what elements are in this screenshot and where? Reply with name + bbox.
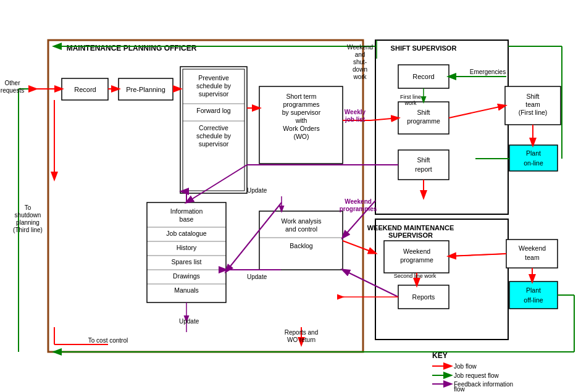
svg-text:Reports and: Reports and [285, 329, 318, 336]
svg-text:History: History [177, 244, 197, 251]
svg-text:Other: Other [4, 80, 20, 86]
svg-text:Second line work: Second line work [394, 273, 437, 279]
svg-rect-52 [398, 150, 449, 180]
svg-text:Work Orders: Work Orders [283, 125, 319, 132]
svg-text:programme: programme [400, 256, 433, 264]
svg-text:programmes: programmes [340, 206, 377, 212]
svg-text:down: down [353, 66, 367, 73]
svg-text:Spares list: Spares list [171, 258, 201, 265]
svg-rect-70 [509, 281, 558, 309]
svg-text:schedule by: schedule by [196, 132, 232, 140]
svg-text:Weekend: Weekend [345, 198, 372, 205]
svg-text:MAINTENANCE PLANNING OFFICER: MAINTENANCE PLANNING OFFICER [67, 44, 197, 52]
svg-text:report: report [415, 165, 432, 173]
svg-text:requests: requests [1, 87, 24, 94]
svg-text:programme: programme [407, 117, 440, 125]
svg-text:(Third line): (Third line) [13, 227, 43, 233]
svg-text:supervisor: supervisor [199, 140, 229, 148]
svg-text:programmes: programmes [283, 101, 320, 108]
svg-text:Work analysis: Work analysis [281, 217, 321, 225]
svg-text:First line: First line [400, 94, 421, 100]
svg-text:Drawings: Drawings [173, 272, 200, 280]
svg-text:Job catalogue: Job catalogue [166, 230, 207, 237]
svg-text:SUPERVISOR: SUPERVISOR [388, 231, 433, 239]
svg-text:with: with [295, 117, 307, 124]
svg-text:Update: Update [247, 273, 267, 280]
svg-text:team: team [525, 101, 540, 108]
svg-text:WO return: WO return [287, 336, 316, 343]
svg-text:on-line: on-line [524, 159, 543, 167]
svg-text:and control: and control [285, 225, 317, 233]
svg-text:Job request flow: Job request flow [454, 372, 499, 379]
svg-text:Preventive: Preventive [198, 74, 229, 81]
svg-text:schedule by: schedule by [196, 82, 232, 90]
svg-text:supervisor: supervisor [199, 90, 229, 98]
svg-text:Weekend: Weekend [347, 44, 373, 51]
svg-text:Plant: Plant [526, 286, 541, 294]
svg-text:Short term: Short term [286, 93, 316, 100]
svg-text:shutdown: shutdown [15, 212, 41, 219]
svg-text:Job  flow: Job flow [454, 363, 477, 370]
svg-text:Update: Update [179, 318, 199, 325]
svg-text:Forward log: Forward log [196, 107, 231, 114]
svg-text:Reports: Reports [412, 293, 435, 301]
svg-text:Shift: Shift [417, 109, 430, 116]
svg-text:Emergencies: Emergencies [470, 69, 506, 75]
svg-text:shut-: shut- [353, 59, 367, 65]
svg-text:KEY: KEY [432, 351, 448, 360]
svg-text:flow: flow [454, 386, 466, 392]
svg-text:team: team [525, 254, 540, 261]
diagram-container: MAINTENANCE PLANNING OFFICER SHIFT SUPER… [0, 0, 581, 392]
svg-text:Manuals: Manuals [174, 286, 199, 294]
svg-text:Shift: Shift [526, 93, 539, 100]
svg-text:Record: Record [74, 86, 96, 93]
svg-text:Update: Update [247, 187, 267, 194]
svg-text:Information: Information [170, 207, 203, 215]
svg-text:(WO): (WO) [293, 133, 309, 140]
svg-text:Weekend: Weekend [519, 244, 546, 252]
svg-text:Shift: Shift [417, 156, 430, 164]
svg-text:To: To [25, 204, 31, 211]
svg-text:by supervisor: by supervisor [282, 109, 321, 116]
svg-text:and: and [355, 51, 366, 58]
svg-text:off-line: off-line [524, 296, 543, 304]
svg-text:work: work [353, 73, 367, 80]
svg-text:(First line): (First line) [519, 109, 548, 116]
svg-text:base: base [180, 215, 194, 223]
svg-text:Pre-Planning: Pre-Planning [126, 86, 165, 93]
svg-text:WEEKEND MAINTENANCE: WEEKEND MAINTENANCE [367, 224, 454, 231]
svg-text:SHIFT SUPERVISOR: SHIFT SUPERVISOR [391, 44, 457, 52]
svg-text:job list: job list [345, 116, 366, 123]
svg-text:Backlog: Backlog [290, 242, 313, 249]
svg-text:To cost control: To cost control [88, 337, 128, 344]
diagram-svg: MAINTENANCE PLANNING OFFICER SHIFT SUPER… [0, 0, 581, 392]
svg-text:Corrective: Corrective [199, 124, 228, 131]
svg-text:Record: Record [412, 73, 434, 80]
svg-text:Weekly: Weekly [345, 109, 366, 115]
svg-text:planning: planning [16, 219, 40, 226]
svg-text:Plant: Plant [526, 149, 541, 157]
svg-text:work: work [404, 100, 417, 106]
svg-text:Weekend: Weekend [403, 248, 430, 255]
